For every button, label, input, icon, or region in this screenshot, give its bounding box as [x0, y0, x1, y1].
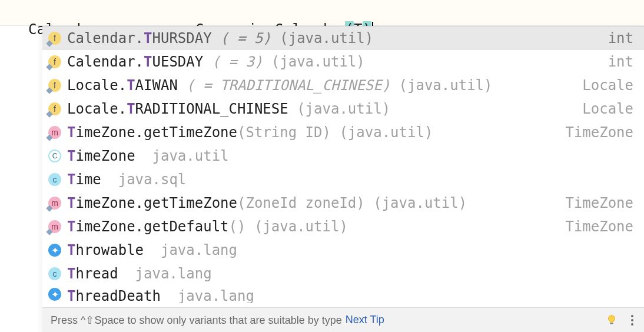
item-label: Time	[67, 171, 101, 188]
completion-item[interactable]: ✦ThreadDeath java.lang	[42, 285, 644, 303]
item-return-type: TimeZone	[565, 124, 633, 141]
method-icon: m	[48, 197, 61, 210]
completion-popup: fCalendar.THURSDAY ( = 5) (java.util)int…	[42, 26, 644, 332]
item-return-type: Locale	[582, 101, 633, 117]
intention-bulb-icon[interactable]	[605, 314, 618, 327]
item-label: Calendar.THURSDAY	[67, 30, 212, 47]
item-label: Locale.TAIWAN	[67, 77, 178, 94]
item-package: (java.util)	[331, 124, 433, 141]
more-menu-icon[interactable]	[629, 314, 636, 327]
completion-item[interactable]: mTimeZone.getTimeZone(String ID) (java.u…	[42, 121, 644, 144]
item-detail: ( = 3)	[203, 54, 263, 70]
item-signature: (ZoneId zoneId)	[237, 195, 365, 211]
item-package: (java.util)	[271, 30, 373, 47]
item-package: (java.util)	[263, 54, 364, 70]
item-label: TimeZone.getDefault	[67, 218, 229, 235]
completion-item[interactable]: CTimeZone java.util	[42, 144, 644, 168]
item-package: java.sql	[118, 171, 187, 188]
item-label: TimeZone.getTimeZone	[67, 124, 237, 141]
completion-item[interactable]: fLocale.TAIWAN ( = TRADITIONAL_CHINESE) …	[42, 74, 644, 97]
item-return-type: int	[608, 54, 633, 70]
item-signature: ()	[229, 218, 246, 235]
item-signature: (String ID)	[237, 124, 331, 141]
completion-item[interactable]: fLocale.TRADITIONAL_CHINESE (java.util)L…	[42, 97, 644, 121]
completion-item[interactable]: cTime java.sql	[42, 168, 644, 191]
item-label: Thread	[67, 265, 118, 282]
completion-item[interactable]: mTimeZone.getDefault() (java.util)TimeZo…	[42, 215, 644, 238]
item-return-type: TimeZone	[565, 195, 633, 211]
completion-list[interactable]: fCalendar.THURSDAY ( = 5) (java.util)int…	[42, 26, 644, 307]
item-return-type: TimeZone	[565, 218, 633, 235]
completion-item[interactable]: fCalendar.THURSDAY ( = 5) (java.util)int	[42, 26, 644, 50]
field-icon: f	[48, 55, 61, 68]
exception-icon: ✦	[48, 244, 61, 257]
footer-hint: Press ^⇧Space to show only variants that…	[51, 314, 342, 327]
item-package: java.util	[152, 148, 229, 164]
item-label: Throwable	[67, 242, 144, 258]
item-label: TimeZone.getTimeZone	[67, 195, 237, 211]
completion-item[interactable]: ✦Throwable java.lang	[42, 238, 644, 262]
item-package: java.lang	[161, 242, 237, 258]
item-label: ThreadDeath	[67, 288, 161, 303]
next-tip-link[interactable]: Next Tip	[346, 314, 384, 326]
field-icon: f	[48, 79, 61, 92]
field-icon: f	[48, 32, 61, 45]
item-label: Locale.TRADITIONAL_CHINESE	[67, 101, 288, 117]
svg-rect-0	[610, 323, 613, 324]
item-package: (java.util)	[288, 101, 390, 117]
item-detail: ( = TRADITIONAL_CHINESE)	[178, 77, 390, 94]
class-icon: c	[48, 267, 61, 280]
item-label: TimeZone	[67, 148, 135, 164]
class-icon: C	[48, 150, 61, 162]
item-package: (java.util)	[390, 77, 492, 94]
item-package: java.lang	[178, 288, 254, 303]
exception-icon: ✦	[48, 288, 61, 301]
field-icon: f	[48, 102, 61, 115]
item-package: (java.util)	[245, 218, 347, 235]
item-package: java.lang	[135, 265, 212, 282]
item-return-type: int	[608, 30, 633, 47]
completion-item[interactable]: mTimeZone.getTimeZone(ZoneId zoneId) (ja…	[42, 191, 644, 215]
method-icon: m	[48, 126, 61, 139]
editor-line[interactable]: Calendar now = new GregorianCalendar(T)～	[0, 0, 644, 26]
item-return-type: Locale	[582, 77, 633, 94]
completion-footer: Press ^⇧Space to show only variants that…	[42, 307, 644, 332]
class-icon: c	[48, 173, 61, 186]
item-detail: ( = 5)	[212, 30, 271, 47]
item-package: (java.util)	[365, 195, 467, 211]
completion-item[interactable]: fCalendar.TUESDAY ( = 3) (java.util)int	[42, 50, 644, 74]
method-icon: m	[48, 220, 61, 233]
item-label: Calendar.TUESDAY	[67, 54, 203, 70]
completion-item[interactable]: cThread java.lang	[42, 262, 644, 285]
